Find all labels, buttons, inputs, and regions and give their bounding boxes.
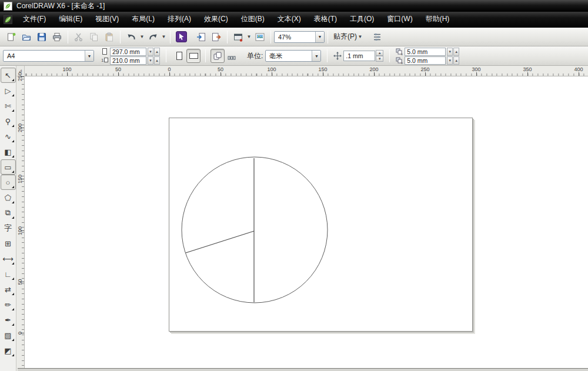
toolbar-separator: [120, 31, 121, 44]
welcome-screen-button[interactable]: [252, 29, 268, 45]
ellipse-tool-icon: ○: [6, 178, 11, 187]
copy-button[interactable]: [86, 29, 102, 45]
landscape-button[interactable]: [186, 49, 201, 63]
menu-item-list: 文件(F)编辑(E)视图(V)布局(L)排列(A)效果(C)位图(B)文本(X)…: [16, 11, 456, 28]
zoom-tool-icon: ⚲: [5, 117, 11, 126]
menu-item-7[interactable]: 文本(X): [271, 11, 308, 28]
menu-item-9[interactable]: 工具(O): [343, 11, 380, 28]
toolbar-separator: [270, 31, 271, 44]
portrait-icon: [176, 52, 182, 60]
hruler-label: 100: [265, 66, 279, 72]
vruler-major-tick: [21, 128, 24, 128]
text-tool[interactable]: 字: [1, 220, 16, 236]
outline-pen-tool[interactable]: ✒: [1, 312, 16, 327]
smart-fill-tool[interactable]: ◧: [1, 144, 16, 159]
menu-item-8[interactable]: 表格(T): [308, 11, 343, 28]
parallel-dimension-tool[interactable]: ⟷: [1, 251, 16, 266]
duplicate-y-spinner[interactable]: ▼▲: [446, 56, 459, 65]
horizontal-scrollbar[interactable]: [18, 368, 588, 371]
options-button[interactable]: [369, 29, 385, 45]
current-page-button[interactable]: [225, 49, 239, 63]
paste-button[interactable]: [102, 29, 117, 45]
duplicate-y-field[interactable]: 5.0 mm: [405, 56, 446, 65]
cut-button[interactable]: [71, 29, 86, 45]
ellipse-tool[interactable]: ○: [1, 175, 16, 190]
vruler-major-tick: [21, 179, 24, 179]
vruler-major-tick: [21, 76, 24, 77]
menu-item-6[interactable]: 位图(B): [235, 11, 271, 28]
print-button[interactable]: [49, 29, 65, 45]
save-button[interactable]: [34, 29, 49, 45]
menu-item-10[interactable]: 窗口(W): [380, 11, 419, 28]
page-size-combo[interactable]: A4 ▼: [3, 50, 94, 62]
rectangle-tool-icon: ▭: [4, 163, 11, 172]
portrait-button[interactable]: [172, 49, 186, 63]
redo-button[interactable]: [145, 29, 161, 45]
svg-text:x: x: [401, 52, 403, 55]
paper-height-icon: 1: [101, 58, 108, 63]
all-pages-button[interactable]: [211, 49, 225, 63]
pick-tool[interactable]: ↖: [1, 68, 16, 83]
vruler-major-tick: [21, 282, 24, 282]
new-document-button[interactable]: [4, 29, 19, 45]
ellipse-shape[interactable]: [182, 157, 328, 303]
paper-height-field[interactable]: 210.0 mm: [110, 56, 146, 65]
fill-tool[interactable]: ▨: [1, 327, 16, 343]
toolbar-separator: [328, 31, 328, 44]
main-area: ↖▷✄⚲∿◧▭○⬠⧉字⊞⟷∟⇄✏✒▨◩ ⊿ 100500501001502002…: [0, 66, 588, 371]
color-eyedropper-tool[interactable]: ✏: [1, 297, 16, 312]
crop-tool[interactable]: ✄: [1, 98, 16, 113]
menu-item-11[interactable]: 帮助(H): [419, 11, 456, 28]
segment-line-2[interactable]: [186, 231, 254, 253]
menu-item-4[interactable]: 排列(A): [161, 11, 198, 28]
snap-dropdown[interactable]: 贴齐(P) ▼: [331, 32, 366, 42]
paper-height-spinner[interactable]: ▼▲: [147, 56, 160, 65]
zoom-level-dropdown-icon[interactable]: ▼: [315, 32, 324, 42]
hruler-label: 250: [418, 66, 432, 72]
toolbox: ↖▷✄⚲∿◧▭○⬠⧉字⊞⟷∟⇄✏✒▨◩: [0, 66, 16, 371]
interactive-fill-tool-icon: ◩: [4, 346, 11, 355]
paper-width-field[interactable]: 297.0 mm: [110, 48, 146, 56]
nudge-spinner[interactable]: ▲▼: [376, 50, 383, 62]
menu-item-0[interactable]: 文件(F): [16, 11, 52, 28]
undo-dropdown-icon[interactable]: ▼: [139, 34, 145, 39]
menu-item-1[interactable]: 编辑(E): [52, 11, 89, 28]
duplicate-x-field[interactable]: 5.0 mm: [405, 48, 446, 56]
connector-tool[interactable]: ∟: [1, 266, 16, 282]
current-page-icon: [227, 51, 236, 61]
redo-dropdown-icon[interactable]: ▼: [161, 34, 167, 39]
zoom-tool[interactable]: ⚲: [1, 113, 16, 129]
menu-item-3[interactable]: 布局(L): [125, 11, 161, 28]
shape-tool[interactable]: ▷: [1, 83, 16, 98]
duplicate-x-spinner[interactable]: ▼▲: [446, 48, 459, 56]
export-button[interactable]: [209, 29, 224, 45]
drawing-canvas[interactable]: [25, 76, 588, 371]
paper-dimensions: 297.0 mm ▼▲ 1 210.0 mm ▼▲: [101, 48, 160, 65]
hruler-label: 150: [316, 66, 330, 72]
application-launcher-button[interactable]: [230, 29, 246, 45]
rectangle-tool[interactable]: ▭: [1, 159, 16, 175]
horizontal-ruler: 10050050100150200250300350400: [25, 66, 588, 76]
units-dropdown-icon[interactable]: ▼: [312, 51, 320, 61]
freehand-tool[interactable]: ∿: [1, 129, 16, 144]
zoom-level-combo[interactable]: 47% ▼: [274, 31, 325, 43]
basic-shapes-tool[interactable]: ⧉: [1, 205, 16, 220]
open-button[interactable]: [19, 29, 34, 45]
import-button[interactable]: [193, 29, 209, 45]
search-content-button[interactable]: [173, 29, 189, 45]
table-tool[interactable]: ⊞: [1, 236, 16, 251]
menu-item-2[interactable]: 视图(V): [89, 11, 125, 28]
nudge-offset-field[interactable]: .1 mm: [343, 51, 375, 61]
paper-width-spinner[interactable]: ▼▲: [147, 48, 160, 56]
text-tool-icon: 字: [4, 223, 12, 233]
polygon-tool[interactable]: ⬠: [1, 190, 16, 205]
snap-dropdown-icon[interactable]: ▼: [357, 34, 363, 39]
menu-item-5[interactable]: 效果(C): [198, 11, 235, 28]
page-size-dropdown-icon[interactable]: ▼: [85, 51, 93, 61]
blend-tool[interactable]: ⇄: [1, 282, 16, 297]
units-combo[interactable]: 毫米 ▼: [265, 50, 321, 62]
hruler-label: 200: [367, 66, 381, 72]
application-launcher-dropdown-icon[interactable]: ▼: [246, 34, 252, 39]
undo-button[interactable]: [123, 29, 139, 45]
interactive-fill-tool[interactable]: ◩: [1, 343, 16, 358]
